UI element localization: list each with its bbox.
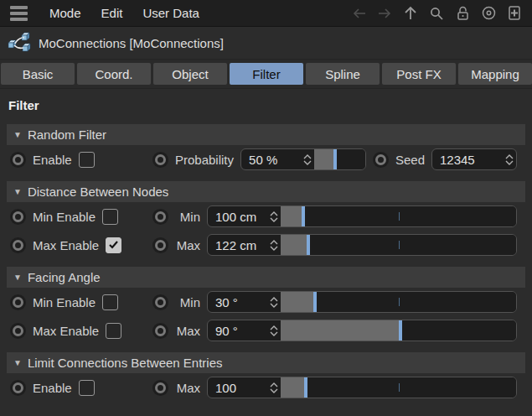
param-label: Min Enable bbox=[33, 210, 96, 224]
slider-field-max[interactable]: 100 bbox=[207, 377, 517, 398]
slider-track[interactable] bbox=[281, 206, 516, 226]
keyframe-dot-icon[interactable] bbox=[10, 380, 26, 396]
slider-handle[interactable] bbox=[307, 235, 310, 255]
menu-edit[interactable]: Edit bbox=[101, 6, 123, 20]
param-row: EnableMax100 bbox=[0, 373, 532, 402]
slider-field-max[interactable]: 122 cm bbox=[207, 234, 517, 256]
keyframe-dot-icon[interactable] bbox=[10, 209, 26, 225]
param-label: Enable bbox=[33, 381, 72, 395]
param-label: Min Enable bbox=[33, 295, 96, 309]
new-panel-icon[interactable] bbox=[507, 6, 522, 21]
param-label: Max Enable bbox=[33, 238, 99, 252]
up-arrow-icon[interactable] bbox=[403, 6, 418, 21]
tab-post-fx[interactable]: Post FX bbox=[382, 63, 456, 85]
param-label: Probability bbox=[175, 153, 234, 167]
slider-field-probability[interactable]: 50 % bbox=[240, 148, 366, 170]
section-title: Distance Between Nodes bbox=[28, 185, 168, 199]
slider-handle[interactable] bbox=[302, 206, 305, 226]
slider-default-tick bbox=[399, 212, 400, 221]
keyframe-dot-icon[interactable] bbox=[152, 380, 168, 396]
slider-field-max[interactable]: 90 ° bbox=[207, 320, 517, 341]
record-icon[interactable] bbox=[481, 6, 496, 21]
hamburger-icon[interactable] bbox=[10, 6, 28, 21]
slider-track[interactable] bbox=[281, 377, 516, 398]
spinner-arrows[interactable] bbox=[266, 211, 281, 222]
checkbox-max-enable[interactable] bbox=[106, 323, 121, 339]
spinner-arrows[interactable] bbox=[300, 154, 314, 165]
param-min-enable: Min Enable bbox=[10, 294, 146, 310]
slider-field-min[interactable]: 30 ° bbox=[207, 291, 517, 313]
param-max: Max122 cm bbox=[152, 234, 517, 256]
keyframe-dot-icon[interactable] bbox=[10, 152, 26, 168]
menu-user-data[interactable]: User Data bbox=[142, 6, 199, 20]
tab-filter[interactable]: Filter bbox=[230, 63, 303, 85]
slider-fill bbox=[281, 206, 302, 226]
section-random-filter: ▼Random FilterEnableProbability50 %Seed1… bbox=[0, 124, 532, 174]
checkbox-enable[interactable] bbox=[79, 152, 95, 168]
section-header-limit-connections-between-entries[interactable]: ▼Limit Connections Between Entries bbox=[7, 352, 525, 373]
section-header-facing-angle[interactable]: ▼Facing Angle bbox=[7, 267, 525, 288]
param-min: Min100 cm bbox=[152, 205, 517, 227]
keyframe-dot-icon[interactable] bbox=[152, 152, 168, 168]
tab-basic[interactable]: Basic bbox=[1, 63, 75, 85]
keyframe-dot-icon[interactable] bbox=[152, 209, 168, 225]
param-seed: Seed12345 bbox=[373, 148, 517, 170]
tab-mapping[interactable]: Mapping bbox=[458, 63, 532, 85]
history-back-icon[interactable] bbox=[351, 6, 366, 21]
tab-coord[interactable]: Coord. bbox=[77, 63, 151, 85]
keyframe-dot-icon[interactable] bbox=[10, 237, 26, 253]
slider-track[interactable] bbox=[281, 292, 516, 312]
param-label: Min bbox=[175, 210, 200, 224]
tab-object[interactable]: Object bbox=[153, 63, 227, 85]
checkbox-min-enable[interactable] bbox=[102, 294, 118, 310]
section-limit-connections-between-entries: ▼Limit Connections Between EntriesEnable… bbox=[0, 352, 532, 402]
menu-mode[interactable]: Mode bbox=[49, 6, 81, 20]
lock-open-icon[interactable] bbox=[455, 6, 470, 21]
number-field-seed[interactable]: 12345 bbox=[431, 148, 517, 170]
keyframe-dot-icon[interactable] bbox=[152, 323, 168, 339]
keyframe-dot-icon[interactable] bbox=[152, 237, 168, 253]
checkbox-enable[interactable] bbox=[79, 380, 95, 396]
section-header-distance-between-nodes[interactable]: ▼Distance Between Nodes bbox=[7, 181, 525, 202]
spinner-arrows[interactable] bbox=[502, 154, 516, 165]
keyframe-dot-icon[interactable] bbox=[373, 152, 389, 168]
slider-track[interactable] bbox=[314, 149, 365, 169]
spinner-arrows[interactable] bbox=[266, 297, 281, 308]
slider-fill bbox=[281, 377, 304, 398]
param-row: Min EnableMin100 cm bbox=[0, 202, 532, 231]
menubar-toolbar bbox=[351, 6, 522, 21]
param-label: Seed bbox=[395, 153, 425, 167]
slider-track[interactable] bbox=[281, 235, 516, 255]
slider-handle[interactable] bbox=[304, 377, 307, 398]
slider-field-min[interactable]: 100 cm bbox=[207, 205, 517, 227]
field-value: 12345 bbox=[432, 153, 502, 167]
param-row: Max EnableMax122 cm bbox=[0, 231, 532, 259]
param-probability: Probability50 % bbox=[152, 148, 366, 170]
field-value: 50 % bbox=[241, 153, 300, 167]
keyframe-dot-icon[interactable] bbox=[10, 323, 26, 339]
section-header-random-filter[interactable]: ▼Random Filter bbox=[7, 124, 525, 145]
history-forward-icon[interactable] bbox=[377, 6, 392, 21]
slider-handle[interactable] bbox=[333, 149, 337, 169]
slider-handle[interactable] bbox=[399, 320, 402, 341]
checkbox-max-enable[interactable] bbox=[106, 237, 121, 253]
spinner-arrows[interactable] bbox=[266, 325, 281, 336]
spinner-arrows[interactable] bbox=[266, 382, 281, 393]
attribute-panel: ▼Random FilterEnableProbability50 %Seed1… bbox=[0, 124, 532, 402]
tab-bar: BasicCoord.ObjectFilterSplinePost FXMapp… bbox=[0, 59, 532, 89]
field-value: 100 cm bbox=[208, 210, 266, 224]
slider-fill bbox=[281, 292, 313, 312]
param-label: Enable bbox=[33, 153, 72, 167]
field-value: 122 cm bbox=[208, 238, 266, 252]
param-row: Max EnableMax90 ° bbox=[0, 316, 532, 345]
slider-handle[interactable] bbox=[313, 292, 317, 312]
keyframe-dot-icon[interactable] bbox=[10, 294, 26, 310]
spinner-arrows[interactable] bbox=[266, 240, 281, 251]
search-icon[interactable] bbox=[429, 6, 444, 21]
slider-fill bbox=[281, 320, 399, 341]
tab-spline[interactable]: Spline bbox=[306, 63, 380, 85]
slider-track[interactable] bbox=[281, 320, 516, 341]
keyframe-dot-icon[interactable] bbox=[152, 294, 168, 310]
param-max-enable: Max Enable bbox=[10, 323, 146, 339]
checkbox-min-enable[interactable] bbox=[102, 209, 118, 225]
